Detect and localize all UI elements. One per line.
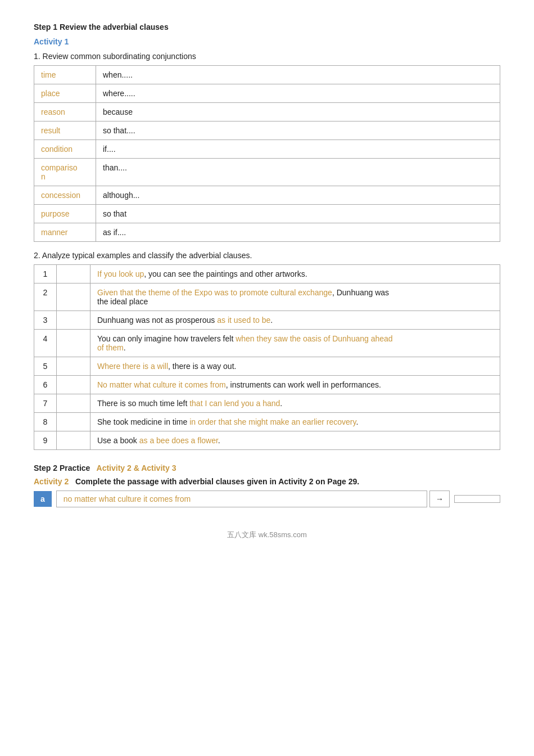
activity2-row: a no matter what culture it comes from → xyxy=(34,490,500,507)
label-cell: reason xyxy=(34,103,96,122)
sentence-cell: No matter what culture it comes from, in… xyxy=(90,376,500,394)
row-num: 9 xyxy=(34,431,57,450)
sentence-cell: Dunhuang was not as prosperous as it use… xyxy=(90,311,500,330)
value-cell: so that xyxy=(96,205,500,223)
sentence-cell: There is so much time left that I can le… xyxy=(90,394,500,413)
label-cell: time xyxy=(34,66,96,84)
value-cell: because xyxy=(96,103,500,122)
empty-classify-cell[interactable] xyxy=(57,284,90,311)
value-cell: although... xyxy=(96,186,500,205)
value-cell: when..... xyxy=(96,66,500,84)
value-cell: where..... xyxy=(96,84,500,103)
empty-classify-cell[interactable] xyxy=(57,330,90,357)
sentence-cell: If you look up, you can see the painting… xyxy=(90,265,500,284)
row-num: 2 xyxy=(34,284,57,311)
step2-section: Step 2 Practice Activity 2 & Activity 3 … xyxy=(34,464,500,507)
empty-classify-cell[interactable] xyxy=(57,413,90,431)
empty-classify-cell[interactable] xyxy=(57,265,90,284)
label-cell: comparison xyxy=(34,159,96,186)
empty-classify-cell[interactable] xyxy=(57,431,90,450)
instruction2: 2. Analyze typical examples and classify… xyxy=(34,251,500,260)
empty-answer-cell[interactable] xyxy=(454,495,500,503)
empty-classify-cell[interactable] xyxy=(57,357,90,376)
conjunctions-table: timewhen.....placewhere.....reasonbecaus… xyxy=(34,65,500,242)
label-cell: result xyxy=(34,122,96,140)
sentence-cell: Where there is a will, there is a way ou… xyxy=(90,357,500,376)
sentence-cell: You can only imagine how travelers felt … xyxy=(90,330,500,357)
sentence-cell: Use a book as a bee does a flower. xyxy=(90,431,500,450)
label-cell: place xyxy=(34,84,96,103)
row-num: 7 xyxy=(34,394,57,413)
activity2-header: Activity 2 Complete the passage with adv… xyxy=(34,477,500,486)
label-cell: condition xyxy=(34,140,96,159)
label-cell: manner xyxy=(34,223,96,242)
label-cell: purpose xyxy=(34,205,96,223)
empty-classify-cell[interactable] xyxy=(57,394,90,413)
step1-section: Step 1 Review the adverbial clauses Acti… xyxy=(34,22,500,450)
empty-classify-cell[interactable] xyxy=(57,311,90,330)
value-cell: so that.... xyxy=(96,122,500,140)
row-num: 1 xyxy=(34,265,57,284)
empty-classify-cell[interactable] xyxy=(57,376,90,394)
sentences-table: 1 If you look up, you can see the painti… xyxy=(34,264,500,450)
value-cell: as if.... xyxy=(96,223,500,242)
step1-title: Step 1 Review the adverbial clauses xyxy=(34,22,500,32)
sentence-cell: She took medicine in time in order that … xyxy=(90,413,500,431)
row-num: 4 xyxy=(34,330,57,357)
value-cell: than.... xyxy=(96,159,500,186)
activity2-text: no matter what culture it comes from xyxy=(56,490,427,507)
label-cell: concession xyxy=(34,186,96,205)
row-num: 3 xyxy=(34,311,57,330)
footer: 五八文库 wk.58sms.com xyxy=(34,530,500,540)
row-num: 8 xyxy=(34,413,57,431)
row-num: 5 xyxy=(34,357,57,376)
arrow-cell: → xyxy=(429,490,450,507)
step2-title: Step 2 Practice Activity 2 & Activity 3 xyxy=(34,464,500,472)
instruction1: 1. Review common subordinating conjuncti… xyxy=(34,52,500,61)
value-cell: if.... xyxy=(96,140,500,159)
row-num: 6 xyxy=(34,376,57,394)
activity2-label: a xyxy=(34,491,52,507)
activity1-title: Activity 1 xyxy=(34,37,500,46)
sentence-cell: Given that the theme of the Expo was to … xyxy=(90,284,500,311)
